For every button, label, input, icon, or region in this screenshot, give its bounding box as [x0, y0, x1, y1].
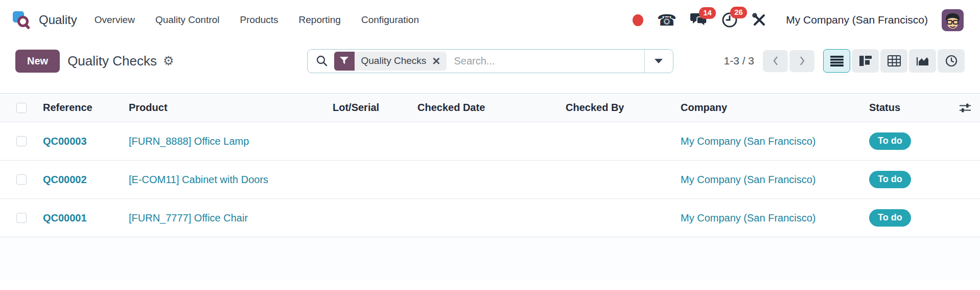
app-name: Quality [39, 13, 77, 27]
company-selector[interactable]: My Company (San Francisco) [786, 14, 928, 26]
row-reference-link[interactable]: QC00003 [29, 136, 114, 147]
status-badge: To do [869, 209, 911, 227]
select-all-checkbox[interactable] [16, 103, 27, 113]
view-kanban-button[interactable] [852, 49, 879, 73]
pager-range[interactable]: 1-3 / 3 [724, 55, 754, 67]
new-button[interactable]: New [15, 50, 60, 73]
top-navbar: Quality Overview Quality Control Product… [0, 0, 980, 40]
recording-status-icon[interactable] [633, 14, 643, 26]
row-product-link[interactable]: [FURN_8888] Office Lamp [114, 136, 318, 147]
menu-reporting[interactable]: Reporting [299, 14, 341, 26]
page-title: Quality Checks [67, 53, 157, 69]
table-row[interactable]: QC00002 [E-COM11] Cabinet with Doors My … [0, 161, 980, 199]
messages-menu[interactable]: 14 [690, 12, 708, 28]
activities-menu[interactable]: 26 [721, 12, 738, 28]
main-menu: Overview Quality Control Products Report… [95, 14, 419, 26]
row-product-link[interactable]: [E-COM11] Cabinet with Doors [114, 174, 318, 186]
column-header-status[interactable]: Status [855, 102, 950, 114]
column-header-product[interactable]: Product [114, 102, 318, 114]
row-company-link[interactable]: My Company (San Francisco) [666, 136, 855, 147]
view-graph-button[interactable] [909, 49, 936, 73]
menu-configuration[interactable]: Configuration [361, 14, 419, 26]
tools-icon[interactable] [752, 12, 767, 28]
row-company-link[interactable]: My Company (San Francisco) [666, 174, 855, 186]
column-header-lot-serial[interactable]: Lot/Serial [318, 102, 403, 114]
pager-previous-button[interactable] [763, 50, 788, 72]
view-list-button[interactable] [823, 49, 850, 73]
filter-funnel-icon [334, 52, 355, 71]
phone-icon[interactable]: ☎ [657, 12, 677, 28]
optional-columns-icon[interactable] [950, 103, 980, 113]
column-header-reference[interactable]: Reference [29, 102, 114, 114]
search-facet-label: Quality Checks [361, 55, 427, 66]
menu-quality-control[interactable]: Quality Control [155, 14, 220, 26]
pager-next-button[interactable] [789, 50, 814, 72]
column-header-checked-by[interactable]: Checked By [551, 102, 666, 114]
app-switcher[interactable]: Quality [12, 11, 77, 29]
column-header-checked-date[interactable]: Checked Date [403, 102, 551, 114]
row-company-link[interactable]: My Company (San Francisco) [666, 212, 855, 224]
search-dropdown-toggle[interactable] [644, 50, 673, 73]
row-checkbox[interactable] [16, 136, 27, 146]
table-row[interactable]: QC00001 [FURN_7777] Office Chair My Comp… [0, 199, 980, 237]
search-bar[interactable]: Quality Checks × [307, 49, 673, 73]
row-reference-link[interactable]: QC00001 [29, 212, 114, 224]
menu-overview[interactable]: Overview [95, 14, 135, 26]
chevron-down-icon [655, 59, 663, 63]
empty-area [0, 237, 980, 280]
menu-products[interactable]: Products [240, 14, 278, 26]
search-input[interactable] [447, 55, 644, 67]
search-facet-filter[interactable]: Quality Checks × [334, 52, 447, 71]
search-icon [316, 55, 328, 67]
row-product-link[interactable]: [FURN_7777] Office Chair [114, 212, 318, 224]
view-switcher [823, 49, 965, 73]
table-row[interactable]: QC00003 [FURN_8888] Office Lamp My Compa… [0, 122, 980, 161]
list-header-row: Reference Product Lot/Serial Checked Dat… [0, 93, 980, 122]
row-checkbox[interactable] [16, 213, 27, 223]
user-avatar[interactable] [942, 9, 964, 31]
status-badge: To do [869, 132, 911, 150]
messages-count-badge: 14 [699, 7, 716, 19]
actions-gear-icon[interactable]: ⚙ [163, 54, 174, 68]
row-reference-link[interactable]: QC00002 [29, 174, 114, 186]
quality-app-icon [12, 11, 31, 29]
view-activity-button[interactable] [938, 49, 965, 73]
remove-facet-icon[interactable]: × [432, 54, 440, 68]
view-pivot-button[interactable] [880, 49, 907, 73]
activities-count-badge: 26 [730, 7, 747, 18]
control-panel: New Quality Checks ⚙ Quality Checks × [0, 40, 980, 82]
column-header-company[interactable]: Company [666, 102, 855, 114]
status-badge: To do [869, 171, 911, 188]
quality-checks-list: Reference Product Lot/Serial Checked Dat… [0, 93, 980, 280]
row-checkbox[interactable] [16, 174, 27, 185]
